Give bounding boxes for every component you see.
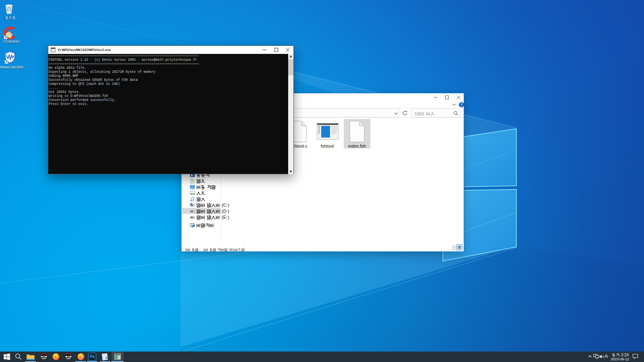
svg-text:(D:): (D:) — [222, 209, 229, 214]
svg-text:3:24: 3:24 — [621, 353, 629, 357]
svg-text:(E:): (E:) — [222, 215, 229, 220]
svg-text:(C:): (C:) — [222, 203, 229, 208]
svg-text:1950: 1950 — [415, 111, 424, 116]
svg-text:?: ? — [460, 103, 462, 107]
svg-text:381: 381 — [229, 248, 235, 252]
svg-text:1: 1 — [203, 248, 205, 252]
svg-text:MVP: MVP — [67, 356, 70, 358]
svg-text:5: 5 — [185, 248, 187, 252]
svg-text:MVP: MVP — [42, 356, 46, 358]
